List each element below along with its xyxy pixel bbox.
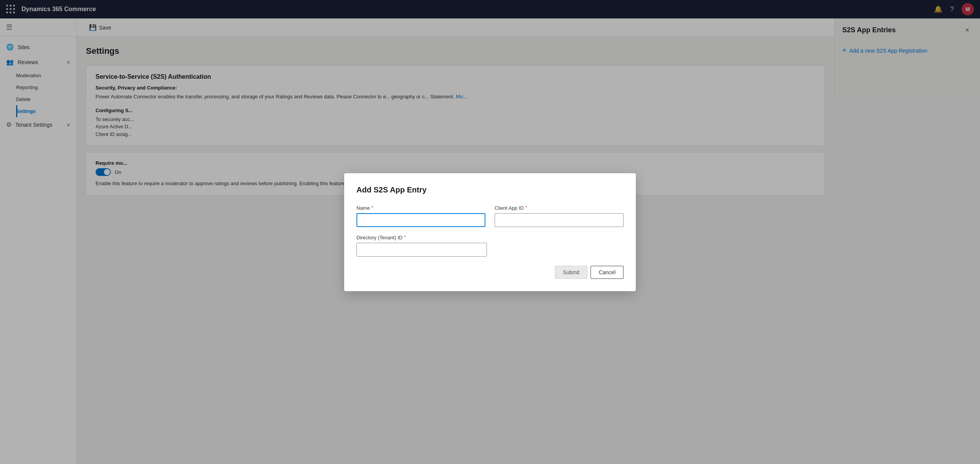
client-app-id-required-star: * (525, 205, 527, 210)
name-label: Name * (356, 205, 485, 211)
client-app-id-label: Client App ID * (495, 205, 624, 211)
cancel-button[interactable]: Cancel (591, 266, 624, 279)
submit-button[interactable]: Submit (555, 266, 588, 279)
modal-top-fields: Name * Client App ID * (356, 205, 624, 227)
name-field-group: Name * (356, 205, 485, 227)
name-input[interactable] (356, 213, 485, 227)
add-s2s-modal: Add S2S App Entry Name * Client App ID *… (344, 173, 636, 291)
directory-tenant-id-label: Directory (Tenant) ID * (356, 235, 624, 240)
client-app-id-input[interactable] (495, 213, 624, 227)
name-required-star: * (371, 205, 373, 210)
directory-tenant-id-input[interactable] (356, 243, 487, 257)
modal-overlay[interactable]: Add S2S App Entry Name * Client App ID *… (0, 0, 980, 464)
client-app-id-field-group: Client App ID * (495, 205, 624, 227)
directory-tenant-id-required-star: * (404, 235, 406, 240)
directory-tenant-id-field-group: Directory (Tenant) ID * (356, 235, 624, 257)
modal-actions: Submit Cancel (356, 266, 624, 279)
modal-title: Add S2S App Entry (356, 186, 624, 194)
